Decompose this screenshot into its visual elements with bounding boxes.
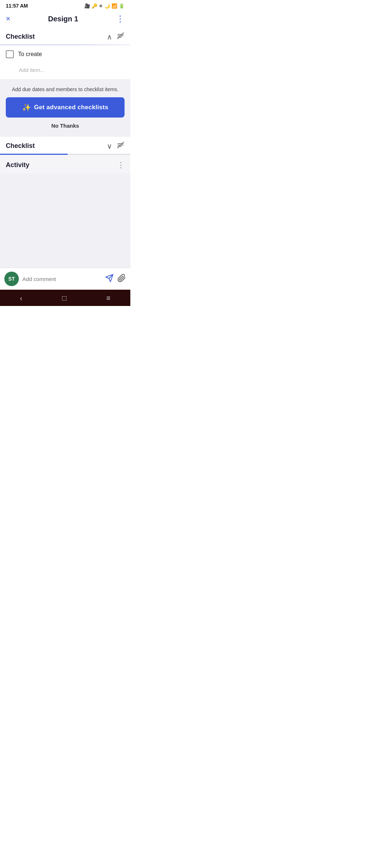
- activity-section: Activity ⋮: [0, 155, 130, 268]
- checklist-item: To create: [0, 45, 130, 63]
- page-title: Design 1: [48, 15, 78, 23]
- checklist-section-1-header: Checklist ∧: [0, 27, 130, 44]
- checklist-1-title: Checklist: [6, 33, 35, 41]
- chevron-down-icon[interactable]: ∨: [107, 142, 112, 150]
- menu-nav-icon[interactable]: ≡: [106, 294, 110, 302]
- no-thanks-button[interactable]: No Thanks: [51, 123, 79, 129]
- upgrade-btn-label: Get advanced checklists: [34, 104, 108, 111]
- strikethrough-toggle-2-icon[interactable]: [117, 141, 125, 151]
- moon-icon: 🌙: [104, 3, 110, 9]
- send-button[interactable]: [105, 274, 114, 284]
- sparkle-icon: ✨: [22, 103, 31, 112]
- status-time: 11:57 AM: [6, 3, 28, 9]
- item-label: To create: [18, 51, 42, 58]
- navigation-bar: ‹ □ ≡: [0, 290, 130, 306]
- checklist-2-title: Checklist: [6, 142, 35, 150]
- upgrade-description: Add due dates and members to checklist i…: [12, 86, 118, 92]
- get-advanced-checklists-button[interactable]: ✨ Get advanced checklists: [6, 97, 125, 118]
- checkbox[interactable]: [6, 50, 14, 58]
- battery-icon: 🔋: [119, 3, 125, 9]
- more-options-button[interactable]: ⋮: [116, 14, 125, 24]
- status-bar: 11:57 AM 🎥 🔑 ✳ 🌙 📶 🔋: [0, 0, 130, 10]
- activity-more-button[interactable]: ⋮: [117, 161, 125, 169]
- comment-input[interactable]: [22, 276, 101, 282]
- checklist-section-2-header: Checklist ∨: [0, 137, 130, 154]
- page-wrapper: 11:57 AM 🎥 🔑 ✳ 🌙 📶 🔋 × Design 1 ⋮ Checkl…: [0, 0, 130, 306]
- close-button[interactable]: ×: [6, 14, 10, 24]
- key-icon: 🔑: [92, 3, 97, 9]
- video-icon: 🎥: [84, 3, 90, 9]
- chevron-up-icon[interactable]: ∧: [107, 33, 112, 41]
- strikethrough-toggle-icon[interactable]: [117, 32, 125, 42]
- bluetooth-icon: ✳: [99, 3, 103, 9]
- add-item-row[interactable]: Add item...: [0, 63, 130, 79]
- checklist-2-controls: ∨: [107, 141, 125, 151]
- wifi-icon: 📶: [112, 3, 117, 9]
- header: × Design 1 ⋮: [0, 10, 130, 27]
- checklist-1-controls: ∧: [107, 32, 125, 42]
- upgrade-banner: Add due dates and members to checklist i…: [0, 79, 130, 137]
- comment-bar: ST: [0, 268, 130, 290]
- activity-header: Activity ⋮: [0, 155, 130, 174]
- avatar: ST: [4, 272, 19, 286]
- activity-body: [0, 174, 130, 268]
- activity-title: Activity: [6, 161, 29, 169]
- back-nav-icon[interactable]: ‹: [20, 294, 22, 302]
- home-nav-icon[interactable]: □: [62, 294, 66, 302]
- status-icons: 🎥 🔑 ✳ 🌙 📶 🔋: [84, 3, 125, 9]
- add-item-placeholder[interactable]: Add item...: [19, 67, 45, 73]
- attach-button[interactable]: [117, 274, 126, 284]
